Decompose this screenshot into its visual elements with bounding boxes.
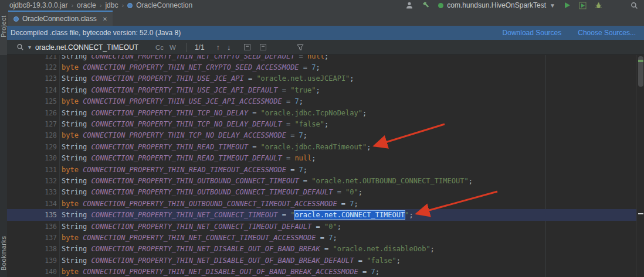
code-text: String CONNECTION_PROPERTY_THIN_NET_CONN… [57,211,413,219]
find-option-icon-1[interactable] [244,44,250,50]
line-number[interactable]: 129 [7,143,57,151]
code-line[interactable]: 122byte CONNECTION_PROPERTY_THIN_NET_CRY… [7,61,636,73]
code-line[interactable]: 130String CONNECTION_PROPERTY_THIN_READ_… [7,153,636,164]
code-line[interactable]: 126String CONNECTION_PROPERTY_THIN_TCP_N… [7,107,636,118]
editor-scrollbar[interactable] [636,55,644,277]
code-line[interactable]: 124String CONNECTION_PROPERTY_THIN_USE_J… [7,84,636,95]
line-number[interactable]: 123 [7,74,57,83]
line-number[interactable]: 127 [7,120,57,128]
line-number[interactable]: 130 [7,154,57,162]
download-sources-link[interactable]: Download Sources [503,29,562,37]
tab-label: OracleConnection.class [22,15,97,23]
breadcrumb-jdbc[interactable]: jdbc [105,1,118,9]
search-match-stripe-mark[interactable] [638,213,643,214]
code-text: String CONNECTION_PROPERTY_THIN_NET_DISA… [57,257,401,265]
code-text: String CONNECTION_PROPERTY_THIN_OUTBOUND… [57,177,473,185]
run-configuration-select[interactable]: com.hundsun.HiveOnSparkTest ▼ [438,1,555,9]
breadcrumb-oracle[interactable]: oracle [77,1,96,9]
breadcrumb: ojdbc8-19.3.0.0.jar › oracle › jdbc › Or… [9,1,192,9]
match-case-toggle[interactable]: Cc [152,44,167,51]
breadcrumb-separator: › [121,2,124,9]
code-text: String CONNECTION_PROPERTY_THIN_TCP_NO_D… [57,109,367,117]
tab-oracleconnection-class[interactable]: OracleConnection.class ✕ [8,11,113,26]
find-toolbar: ▾ oracle.net.CONNECT_TIMEOUT Cc W 1/1 ↑ … [7,40,644,55]
choose-sources-link[interactable]: Choose Sources... [578,29,636,37]
find-option-icon-2[interactable] [260,44,266,50]
breadcrumb-separator: › [100,2,102,9]
code-lines: 121String CONNECTION_PROPERTY_THIN_NET_C… [7,55,636,277]
code-text: String CONNECTION_PROPERTY_THIN_READ_TIM… [57,154,316,162]
next-match-icon[interactable]: ↓ [223,43,235,52]
sidebar-item-bookmarks[interactable]: Bookmarks [0,228,7,271]
code-line[interactable]: 123String CONNECTION_PROPERTY_THIN_USE_J… [7,73,636,84]
class-icon [127,3,133,8]
line-number[interactable]: 132 [7,177,57,185]
run-coverage-button[interactable] [579,2,587,9]
debug-bug-icon[interactable] [595,2,602,9]
line-number[interactable]: 128 [7,131,57,139]
search-everywhere-icon[interactable] [631,2,638,9]
line-number[interactable]: 124 [7,86,57,94]
run-config-label: com.hundsun.HiveOnSparkTest [447,1,546,9]
class-file-icon [13,16,19,22]
code-line[interactable]: 138String CONNECTION_PROPERTY_THIN_NET_D… [7,244,636,255]
chevron-down-icon: ▼ [550,2,555,9]
code-text: String CONNECTION_PROPERTY_THIN_USE_JCE_… [57,86,320,94]
search-query-text: oracle.net.CONNECT_TIMEOUT [35,43,138,52]
line-number[interactable]: 140 [7,268,57,276]
code-text: String CONNECTION_PROPERTY_THIN_READ_TIM… [57,143,371,151]
code-text: String CONNECTION_PROPERTY_THIN_NET_CRYP… [57,55,328,60]
tool-window-strip: Project Bookmarks [0,0,7,277]
sidebar-item-project[interactable]: Project [0,6,7,37]
code-line[interactable]: 125byte CONNECTION_PROPERTY_THIN_USE_JCE… [7,96,636,107]
selected-search-match[interactable]: oracle.net.CONNECT_TIMEOUT [294,211,405,219]
code-line[interactable]: 131byte CONNECTION_PROPERTY_THIN_READ_TI… [7,164,636,175]
line-number[interactable]: 139 [7,257,57,265]
code-line[interactable]: 129String CONNECTION_PROPERTY_THIN_READ_… [7,141,636,152]
code-line[interactable]: 139String CONNECTION_PROPERTY_THIN_NET_D… [7,255,636,266]
code-line[interactable]: 132String CONNECTION_PROPERTY_THIN_OUTBO… [7,175,636,186]
inspection-status-mark [638,60,643,62]
navigation-bar: ojdbc8-19.3.0.0.jar › oracle › jdbc › Or… [0,0,644,11]
line-number[interactable]: 133 [7,188,57,196]
code-line[interactable]: 128byte CONNECTION_PROPERTY_THIN_TCP_NO_… [7,130,636,141]
filter-funnel-icon[interactable] [297,44,304,51]
line-number[interactable]: 134 [7,200,57,208]
line-number[interactable]: 122 [7,63,57,71]
code-text: byte CONNECTION_PROPERTY_THIN_TCP_NO_DEL… [57,131,307,139]
line-number[interactable]: 125 [7,97,57,105]
line-number[interactable]: 137 [7,234,57,242]
code-line[interactable]: 133String CONNECTION_PROPERTY_THIN_OUTBO… [7,187,636,198]
line-number[interactable]: 126 [7,109,57,117]
breadcrumb-class[interactable]: OracleConnection [136,1,192,9]
search-input[interactable]: ▾ oracle.net.CONNECT_TIMEOUT [16,43,152,52]
breadcrumb-jar[interactable]: ojdbc8-19.3.0.0.jar [9,1,67,9]
build-hammer-icon[interactable] [422,1,430,9]
close-icon[interactable]: ✕ [103,16,107,22]
breadcrumb-separator: › [71,2,73,9]
users-icon[interactable] [405,1,413,9]
search-history-chevron-icon[interactable]: ▾ [28,44,31,50]
line-number[interactable]: 131 [7,166,57,174]
code-line[interactable]: 121String CONNECTION_PROPERTY_THIN_NET_C… [7,55,636,61]
line-number[interactable]: 121 [7,55,57,60]
line-number[interactable]: 135 [7,211,57,219]
code-line[interactable]: 140byte CONNECTION_PROPERTY_THIN_NET_DIS… [7,266,636,277]
toolbar-separator [186,43,187,52]
run-button[interactable] [564,2,571,9]
code-line[interactable]: 135String CONNECTION_PROPERTY_THIN_NET_C… [7,209,636,220]
code-editor[interactable]: 121String CONNECTION_PROPERTY_THIN_NET_C… [7,55,636,277]
code-text: byte CONNECTION_PROPERTY_THIN_NET_CRYPTO… [57,63,320,71]
previous-match-icon[interactable]: ↑ [213,43,224,52]
code-text: String CONNECTION_PROPERTY_THIN_NET_DISA… [57,245,435,253]
words-toggle[interactable]: W [167,44,179,51]
line-number[interactable]: 136 [7,223,57,231]
code-line[interactable]: 127String CONNECTION_PROPERTY_THIN_TCP_N… [7,118,636,129]
code-line[interactable]: 136String CONNECTION_PROPERTY_THIN_NET_C… [7,221,636,232]
search-icon [16,43,24,51]
code-line[interactable]: 134byte CONNECTION_PROPERTY_THIN_OUTBOUN… [7,198,636,209]
code-line[interactable]: 137byte CONNECTION_PROPERTY_THIN_NET_CON… [7,232,636,243]
line-number[interactable]: 138 [7,245,57,253]
editor-tab-bar: OracleConnection.class ✕ [0,11,644,26]
code-text: byte CONNECTION_PROPERTY_THIN_NET_DISABL… [57,268,379,276]
